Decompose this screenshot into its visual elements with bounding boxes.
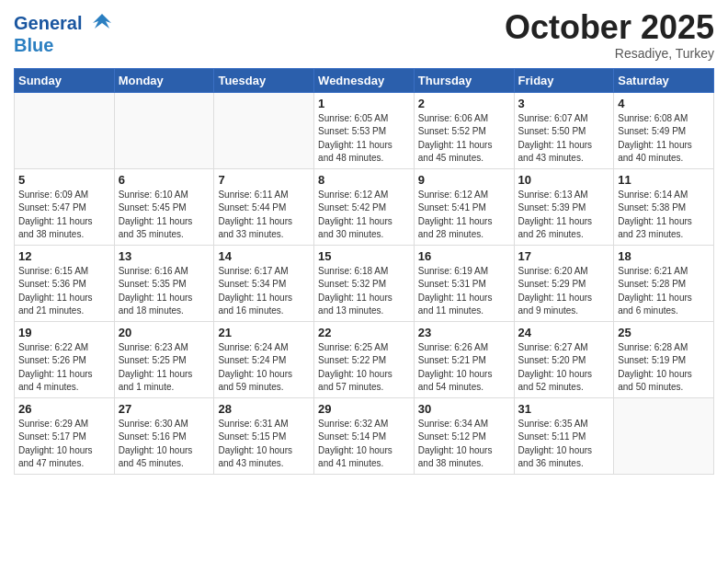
calendar-cell: 18Sunrise: 6:21 AM Sunset: 5:28 PM Dayli…	[614, 245, 714, 321]
header: General Blue October 2025 Resadiye, Turk…	[14, 9, 714, 61]
day-info: Sunrise: 6:11 AM Sunset: 5:44 PM Dayligh…	[218, 189, 310, 242]
day-number: 15	[318, 249, 410, 263]
day-info: Sunrise: 6:07 AM Sunset: 5:50 PM Dayligh…	[518, 112, 610, 166]
calendar-cell: 15Sunrise: 6:18 AM Sunset: 5:32 PM Dayli…	[314, 245, 415, 321]
day-info: Sunrise: 6:34 AM Sunset: 5:12 PM Dayligh…	[418, 418, 510, 471]
calendar-week-row: 26Sunrise: 6:29 AM Sunset: 5:17 PM Dayli…	[15, 397, 714, 474]
calendar-cell: 2Sunrise: 6:06 AM Sunset: 5:52 PM Daylig…	[414, 92, 514, 168]
calendar-cell: 14Sunrise: 6:17 AM Sunset: 5:34 PM Dayli…	[214, 245, 314, 321]
logo-bird-icon	[89, 10, 115, 36]
calendar-cell: 7Sunrise: 6:11 AM Sunset: 5:44 PM Daylig…	[214, 168, 314, 245]
page: General Blue October 2025 Resadiye, Turk…	[0, 0, 728, 563]
calendar-cell: 23Sunrise: 6:26 AM Sunset: 5:21 PM Dayli…	[414, 321, 514, 397]
day-number: 17	[518, 249, 610, 263]
calendar-cell: 17Sunrise: 6:20 AM Sunset: 5:29 PM Dayli…	[514, 245, 614, 321]
calendar-cell: 16Sunrise: 6:19 AM Sunset: 5:31 PM Dayli…	[414, 245, 514, 321]
calendar-cell: 20Sunrise: 6:23 AM Sunset: 5:25 PM Dayli…	[114, 321, 214, 397]
day-info: Sunrise: 6:24 AM Sunset: 5:24 PM Dayligh…	[218, 341, 310, 395]
weekday-header: Wednesday	[314, 68, 415, 92]
calendar-cell: 26Sunrise: 6:29 AM Sunset: 5:17 PM Dayli…	[15, 397, 115, 474]
svg-marker-0	[93, 14, 111, 29]
day-info: Sunrise: 6:05 AM Sunset: 5:53 PM Dayligh…	[318, 112, 410, 166]
calendar-cell: 25Sunrise: 6:28 AM Sunset: 5:19 PM Dayli…	[614, 321, 714, 397]
day-info: Sunrise: 6:16 AM Sunset: 5:35 PM Dayligh…	[119, 265, 210, 318]
day-number: 3	[518, 97, 610, 110]
calendar-cell: 6Sunrise: 6:10 AM Sunset: 5:45 PM Daylig…	[114, 168, 214, 245]
day-number: 27	[119, 402, 210, 416]
calendar-cell: 22Sunrise: 6:25 AM Sunset: 5:22 PM Dayli…	[314, 321, 415, 397]
day-info: Sunrise: 6:27 AM Sunset: 5:20 PM Dayligh…	[518, 341, 610, 395]
day-info: Sunrise: 6:08 AM Sunset: 5:49 PM Dayligh…	[618, 112, 710, 166]
day-number: 19	[18, 326, 110, 339]
calendar-cell: 30Sunrise: 6:34 AM Sunset: 5:12 PM Dayli…	[414, 397, 514, 474]
day-number: 8	[318, 173, 410, 187]
calendar-week-row: 19Sunrise: 6:22 AM Sunset: 5:26 PM Dayli…	[15, 321, 714, 397]
day-info: Sunrise: 6:12 AM Sunset: 5:41 PM Dayligh…	[418, 189, 510, 242]
day-number: 21	[218, 326, 310, 339]
day-number: 26	[18, 402, 110, 416]
day-info: Sunrise: 6:19 AM Sunset: 5:31 PM Dayligh…	[418, 265, 510, 318]
day-number: 29	[318, 402, 410, 416]
day-info: Sunrise: 6:17 AM Sunset: 5:34 PM Dayligh…	[218, 265, 310, 318]
calendar-cell: 28Sunrise: 6:31 AM Sunset: 5:15 PM Dayli…	[214, 397, 314, 474]
day-number: 20	[119, 326, 210, 339]
location: Resadiye, Turkey	[505, 46, 714, 61]
day-number: 28	[218, 402, 310, 416]
weekday-header: Friday	[514, 68, 614, 92]
logo-line2: Blue	[14, 36, 115, 54]
calendar-cell: 9Sunrise: 6:12 AM Sunset: 5:41 PM Daylig…	[414, 168, 514, 245]
day-number: 30	[418, 402, 510, 416]
calendar-cell	[214, 92, 314, 168]
weekday-header: Sunday	[15, 68, 115, 92]
day-number: 31	[518, 402, 610, 416]
day-number: 9	[418, 173, 510, 187]
calendar-cell: 5Sunrise: 6:09 AM Sunset: 5:47 PM Daylig…	[15, 168, 115, 245]
logo-text: General	[14, 13, 115, 36]
day-info: Sunrise: 6:10 AM Sunset: 5:45 PM Dayligh…	[119, 189, 210, 242]
day-info: Sunrise: 6:06 AM Sunset: 5:52 PM Dayligh…	[418, 112, 510, 166]
calendar-cell: 21Sunrise: 6:24 AM Sunset: 5:24 PM Dayli…	[214, 321, 314, 397]
day-number: 6	[119, 173, 210, 187]
day-number: 7	[218, 173, 310, 187]
day-number: 12	[18, 249, 110, 263]
calendar-cell: 24Sunrise: 6:27 AM Sunset: 5:20 PM Dayli…	[514, 321, 614, 397]
day-number: 2	[418, 97, 510, 110]
weekday-header: Thursday	[414, 68, 514, 92]
calendar-cell: 19Sunrise: 6:22 AM Sunset: 5:26 PM Dayli…	[15, 321, 115, 397]
calendar-cell: 3Sunrise: 6:07 AM Sunset: 5:50 PM Daylig…	[514, 92, 614, 168]
month-title: October 2025	[505, 9, 714, 46]
day-info: Sunrise: 6:32 AM Sunset: 5:14 PM Dayligh…	[318, 418, 410, 471]
calendar-week-row: 12Sunrise: 6:15 AM Sunset: 5:36 PM Dayli…	[15, 245, 714, 321]
calendar-cell	[614, 397, 714, 474]
calendar-cell: 4Sunrise: 6:08 AM Sunset: 5:49 PM Daylig…	[614, 92, 714, 168]
calendar-cell: 31Sunrise: 6:35 AM Sunset: 5:11 PM Dayli…	[514, 397, 614, 474]
day-info: Sunrise: 6:18 AM Sunset: 5:32 PM Dayligh…	[318, 265, 410, 318]
day-info: Sunrise: 6:30 AM Sunset: 5:16 PM Dayligh…	[119, 418, 210, 471]
day-info: Sunrise: 6:15 AM Sunset: 5:36 PM Dayligh…	[18, 265, 110, 318]
day-number: 25	[618, 326, 710, 339]
calendar-table: SundayMondayTuesdayWednesdayThursdayFrid…	[14, 68, 714, 475]
calendar-cell: 10Sunrise: 6:13 AM Sunset: 5:39 PM Dayli…	[514, 168, 614, 245]
day-number: 10	[518, 173, 610, 187]
day-info: Sunrise: 6:23 AM Sunset: 5:25 PM Dayligh…	[119, 341, 210, 395]
calendar-cell: 11Sunrise: 6:14 AM Sunset: 5:38 PM Dayli…	[614, 168, 714, 245]
day-info: Sunrise: 6:21 AM Sunset: 5:28 PM Dayligh…	[618, 265, 710, 318]
calendar-cell: 1Sunrise: 6:05 AM Sunset: 5:53 PM Daylig…	[314, 92, 415, 168]
day-info: Sunrise: 6:22 AM Sunset: 5:26 PM Dayligh…	[18, 341, 110, 395]
logo: General Blue	[14, 13, 115, 54]
day-number: 18	[618, 249, 710, 263]
calendar-cell: 13Sunrise: 6:16 AM Sunset: 5:35 PM Dayli…	[114, 245, 214, 321]
day-info: Sunrise: 6:14 AM Sunset: 5:38 PM Dayligh…	[618, 189, 710, 242]
day-info: Sunrise: 6:29 AM Sunset: 5:17 PM Dayligh…	[18, 418, 110, 471]
calendar-cell: 12Sunrise: 6:15 AM Sunset: 5:36 PM Dayli…	[15, 245, 115, 321]
calendar-cell: 29Sunrise: 6:32 AM Sunset: 5:14 PM Dayli…	[314, 397, 415, 474]
logo-line1: General	[14, 13, 82, 33]
day-number: 14	[218, 249, 310, 263]
day-info: Sunrise: 6:13 AM Sunset: 5:39 PM Dayligh…	[518, 189, 610, 242]
day-info: Sunrise: 6:35 AM Sunset: 5:11 PM Dayligh…	[518, 418, 610, 471]
day-info: Sunrise: 6:12 AM Sunset: 5:42 PM Dayligh…	[318, 189, 410, 242]
calendar-cell: 27Sunrise: 6:30 AM Sunset: 5:16 PM Dayli…	[114, 397, 214, 474]
day-number: 11	[618, 173, 710, 187]
title-block: October 2025 Resadiye, Turkey	[505, 9, 714, 61]
day-number: 13	[119, 249, 210, 263]
